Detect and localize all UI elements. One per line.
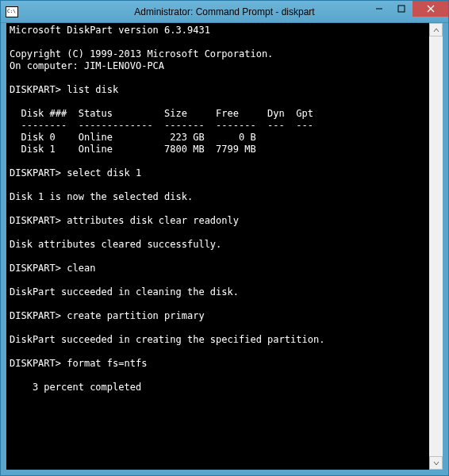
client-area: Microsoft DiskPart version 6.3.9431 Copy…: [6, 23, 443, 470]
minimize-button[interactable]: [368, 1, 390, 17]
resp-create-partition: DiskPart succeeded in creating the speci…: [10, 334, 324, 345]
resp-attributes: Disk attributes cleared successfully.: [10, 239, 221, 250]
prompt-attributes: DISKPART> attributes disk clear readonly: [10, 215, 239, 226]
svg-rect-1: [398, 6, 405, 12]
close-icon: [427, 5, 435, 13]
line-version: Microsoft DiskPart version 6.3.9431: [10, 25, 210, 36]
maximize-icon: [397, 5, 405, 13]
line-copyright: Copyright (C) 1999-2013 Microsoft Corpor…: [10, 48, 273, 60]
disk-table-rule: -------- ------------- ------- ------- -…: [10, 120, 313, 131]
terminal-output[interactable]: Microsoft DiskPart version 6.3.9431 Copy…: [6, 23, 429, 470]
chevron-up-icon: [433, 27, 439, 33]
line-oncomputer: On computer: JIM-LENOVO-PCA: [10, 60, 164, 71]
prompt-list-disk: DISKPART> list disk: [10, 84, 118, 95]
close-button[interactable]: [413, 1, 448, 17]
prompt-clean: DISKPART> clean: [10, 263, 95, 274]
titlebar[interactable]: Administrator: Command Prompt - diskpart: [1, 1, 448, 23]
cmd-icon: [6, 6, 18, 17]
resp-selected: Disk 1 is now the selected disk.: [10, 191, 193, 202]
window-controls: [368, 1, 448, 17]
minimize-icon: [375, 5, 383, 13]
scroll-down-button[interactable]: [429, 456, 443, 470]
vertical-scrollbar[interactable]: [429, 23, 443, 470]
prompt-format: DISKPART> format fs=ntfs: [10, 358, 147, 369]
disk-table-header: Disk ### Status Size Free Dyn Gpt: [10, 108, 313, 119]
prompt-create-partition: DISKPART> create partition primary: [10, 310, 205, 321]
chevron-down-icon: [433, 460, 439, 466]
prompt-select-disk: DISKPART> select disk 1: [10, 167, 141, 178]
resp-clean: DiskPart succeeded in cleaning the disk.: [10, 286, 239, 298]
disk-row-0: Disk 0 Online 223 GB 0 B: [10, 132, 256, 143]
scroll-track[interactable]: [429, 36, 443, 456]
scroll-up-button[interactable]: [429, 23, 443, 36]
disk-row-1: Disk 1 Online 7800 MB 7799 MB: [10, 144, 256, 155]
maximize-button[interactable]: [390, 1, 413, 17]
command-prompt-window: Administrator: Command Prompt - diskpart…: [0, 0, 449, 476]
line-progress: 3 percent completed: [10, 382, 141, 393]
